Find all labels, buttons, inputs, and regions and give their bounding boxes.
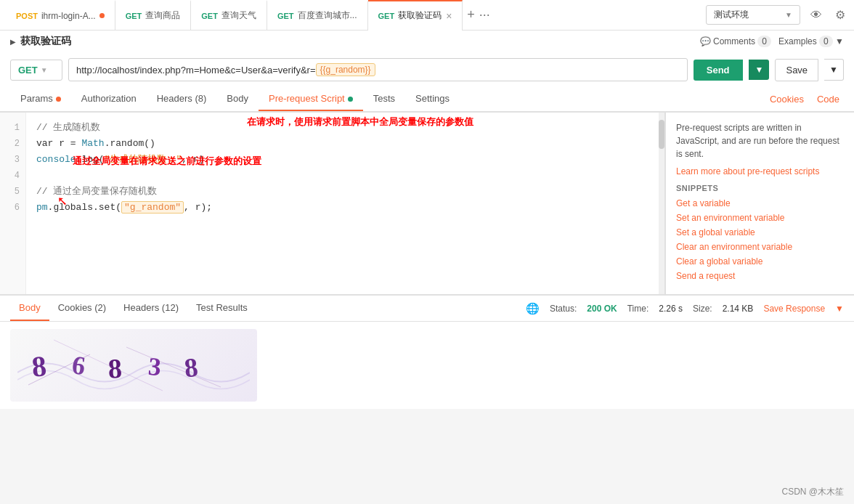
code-line-6: pm.globals.set("g_random", r); bbox=[36, 200, 648, 216]
svg-text:6: 6 bbox=[70, 350, 87, 381]
tab-settings[interactable]: Settings bbox=[405, 87, 460, 111]
comments-button[interactable]: 💬 Comments 0 bbox=[700, 36, 771, 46]
comments-label: Comments bbox=[713, 36, 755, 46]
url-input[interactable]: http://localhost/index.php?m=Home&c=User… bbox=[68, 58, 688, 81]
captcha-svg: 8 6 8 3 8 bbox=[17, 333, 250, 398]
sub-tabs: Params Authorization Headers (8) Body Pr… bbox=[0, 87, 854, 112]
response-body: 8 6 8 3 8 bbox=[0, 322, 854, 409]
send-button[interactable]: Send bbox=[694, 60, 743, 81]
tab-label: 查询商品 bbox=[145, 9, 180, 22]
request-section: ▶ 获取验证码 💬 Comments 0 Examples 0 ▼ GET ▼ … bbox=[0, 31, 854, 113]
code-line-5: // 通过全局变量保存随机数 bbox=[36, 184, 648, 200]
response-status-bar: 🌐 Status: 200 OK Time: 2.26 s Size: 2.14… bbox=[526, 302, 844, 315]
svg-text:8: 8 bbox=[183, 352, 200, 383]
code-line-2: var r = Math.random() bbox=[36, 136, 648, 152]
tab-pre-request-script[interactable]: Pre-request Script bbox=[259, 87, 363, 111]
chevron-down-icon: ▼ bbox=[785, 11, 792, 19]
main-content: 在请求时，使用请求前置脚本中全局变量保存的参数值 1 2 3 4 5 6 // … bbox=[0, 113, 854, 294]
url-variable-token: {{g_random}} bbox=[316, 63, 375, 76]
tab-label: ihrm-login-A... bbox=[41, 11, 96, 21]
tab-get-baidu[interactable]: GET 百度查询城市... bbox=[267, 0, 368, 31]
cookies-link[interactable]: Cookies bbox=[765, 88, 808, 110]
url-bar: GET ▼ http://localhost/index.php?m=Home&… bbox=[0, 52, 854, 87]
snippet-clear-env-variable[interactable]: Clear an environment variable bbox=[676, 242, 844, 252]
code-link[interactable]: Code bbox=[813, 88, 844, 110]
gear-icon[interactable]: ⚙ bbox=[832, 5, 848, 25]
environment-select[interactable]: 测试环境 ▼ bbox=[706, 5, 800, 25]
examples-count: 0 bbox=[819, 36, 833, 47]
learn-more-link[interactable]: Learn more about pre-request scripts bbox=[676, 166, 819, 176]
status-value: 200 OK bbox=[587, 304, 617, 314]
method-get-label: GET bbox=[201, 12, 218, 20]
code-line-4 bbox=[36, 168, 648, 184]
save-response-button[interactable]: Save Response bbox=[763, 304, 825, 314]
eye-icon[interactable]: 👁 bbox=[808, 6, 825, 25]
tab-headers[interactable]: Headers (8) bbox=[147, 87, 217, 111]
tab-label: 获取验证码 bbox=[398, 9, 442, 22]
method-post-label: POST bbox=[16, 12, 38, 20]
resp-tab-headers[interactable]: Headers (12) bbox=[115, 296, 187, 321]
save-caret-button[interactable]: ▼ bbox=[824, 59, 844, 81]
snippet-clear-global-variable[interactable]: Clear a global variable bbox=[676, 256, 844, 267]
tab-get-weather[interactable]: GET 查询天气 bbox=[191, 0, 267, 31]
collapse-arrow-icon[interactable]: ▶ bbox=[10, 38, 16, 46]
footer-label: CSDN @木木笙 bbox=[781, 487, 844, 497]
svg-text:3: 3 bbox=[147, 352, 162, 381]
time-label: Time: bbox=[627, 304, 649, 314]
url-prefix: http://localhost/index.php?m=Home&c=User… bbox=[76, 65, 316, 76]
right-panel: Pre-request scripts are written in JavaS… bbox=[665, 113, 854, 294]
method-get-label: GET bbox=[378, 12, 395, 20]
resp-tab-test-results[interactable]: Test Results bbox=[187, 296, 256, 321]
tab-body[interactable]: Body bbox=[216, 87, 259, 111]
examples-button[interactable]: Examples 0 ▼ bbox=[778, 36, 844, 46]
tab-get-captcha[interactable]: GET 获取验证码 × bbox=[368, 0, 463, 31]
snippet-get-variable[interactable]: Get a variable bbox=[676, 198, 844, 208]
snippet-set-env-variable[interactable]: Set an environment variable bbox=[676, 213, 844, 223]
save-button[interactable]: Save bbox=[775, 59, 818, 81]
response-tabs-bar: Body Cookies (2) Headers (12) Test Resul… bbox=[0, 296, 854, 322]
time-value: 2.26 s bbox=[659, 304, 683, 314]
env-label: 测试环境 bbox=[714, 9, 749, 21]
tab-label: 查询天气 bbox=[221, 9, 256, 22]
snippet-set-global-variable[interactable]: Set a global variable bbox=[676, 227, 844, 237]
resp-tab-body[interactable]: Body bbox=[10, 296, 49, 321]
snippets-title: SNIPPETS bbox=[676, 184, 844, 192]
save-response-caret-icon[interactable]: ▼ bbox=[835, 304, 844, 314]
scrollbar[interactable] bbox=[659, 113, 664, 294]
tab-params[interactable]: Params bbox=[10, 87, 71, 111]
method-value: GET bbox=[18, 65, 38, 76]
tab-bar: POST ihrm-login-A... GET 查询商品 GET 查询天气 G… bbox=[0, 0, 854, 31]
tab-get-product[interactable]: GET 查询商品 bbox=[115, 0, 192, 31]
code-line-1: // 生成随机数 bbox=[36, 120, 648, 136]
footer: CSDN @木木笙 bbox=[781, 486, 844, 498]
snippet-send-request[interactable]: Send a request bbox=[676, 271, 844, 281]
size-value: 2.14 KB bbox=[723, 304, 754, 314]
scrollbar-thumb bbox=[659, 120, 664, 149]
more-tabs-button[interactable]: ··· bbox=[479, 7, 490, 23]
request-title: 获取验证码 bbox=[20, 35, 71, 48]
tab-dot bbox=[99, 13, 105, 18]
svg-text:8: 8 bbox=[30, 349, 48, 383]
method-select[interactable]: GET ▼ bbox=[10, 60, 62, 81]
add-tab-button[interactable]: + bbox=[467, 7, 475, 23]
code-editor[interactable]: 1 2 3 4 5 6 // 生成随机数 var r = Math.random… bbox=[0, 113, 665, 294]
tab-authorization[interactable]: Authorization bbox=[71, 87, 147, 111]
chevron-down-icon: ▼ bbox=[835, 36, 844, 46]
tab-close-button[interactable]: × bbox=[446, 10, 452, 22]
tab-post-ihrm[interactable]: POST ihrm-login-A... bbox=[6, 0, 115, 31]
captcha-image: 8 6 8 3 8 bbox=[10, 329, 257, 402]
right-panel-description: Pre-request scripts are written in JavaS… bbox=[676, 121, 844, 160]
method-get-label: GET bbox=[277, 12, 294, 20]
comments-count: 0 bbox=[757, 36, 771, 47]
send-caret-button[interactable]: ▼ bbox=[749, 60, 770, 80]
examples-label: Examples bbox=[778, 36, 817, 46]
tab-label: 百度查询城市... bbox=[298, 9, 357, 22]
globe-icon: 🌐 bbox=[526, 302, 540, 315]
tab-actions: + ··· bbox=[467, 7, 490, 23]
resp-tab-cookies[interactable]: Cookies (2) bbox=[49, 296, 115, 321]
method-get-label: GET bbox=[126, 12, 142, 20]
env-bar: 测试环境 ▼ 👁 ⚙ bbox=[706, 5, 848, 25]
tab-tests[interactable]: Tests bbox=[363, 87, 405, 111]
status-label: Status: bbox=[550, 304, 577, 314]
line-numbers: 1 2 3 4 5 6 bbox=[0, 113, 26, 294]
